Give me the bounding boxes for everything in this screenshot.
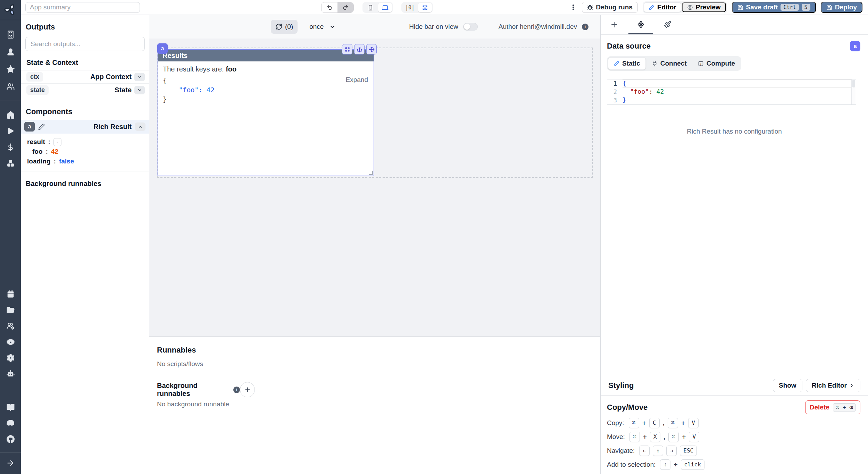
grid-container[interactable]: a Results (157, 48, 593, 178)
sidebar-icon-workers[interactable] (6, 321, 15, 330)
sidebar-icon-folder[interactable] (6, 305, 15, 314)
sidebar-divider (0, 452, 21, 453)
component-output-tree: result : - foo : 42 loading : false (21, 134, 149, 171)
sidebar-icon-calendar-schedules[interactable] (6, 289, 15, 298)
refresh-icon (275, 23, 282, 30)
desktop-view-icon[interactable] (378, 3, 392, 12)
app-canvas[interactable]: a Results (149, 39, 600, 336)
sidebar-icon-discord[interactable] (6, 418, 15, 428)
editor-preview-toggle: Editor Preview (643, 1, 727, 13)
app-summary-input[interactable] (25, 2, 140, 13)
add-background-runnable-button[interactable] (240, 382, 255, 397)
component-header[interactable]: Results (158, 50, 374, 61)
sidebar-icon-home[interactable] (6, 110, 15, 119)
preview-tab[interactable]: Preview (682, 2, 726, 12)
redo-button[interactable] (337, 2, 353, 13)
mobile-view-icon[interactable] (364, 3, 377, 12)
device-toggle-group (362, 2, 393, 13)
rich-editor-button[interactable]: Rich Editor (806, 379, 860, 392)
plug-icon (652, 61, 658, 67)
key-badge: ⇧ (660, 459, 670, 470)
tree-row-loading[interactable]: loading : false (27, 156, 149, 166)
editor-tab[interactable]: Editor (644, 2, 681, 12)
debug-runs-button[interactable]: Debug runs (582, 2, 638, 13)
compute-source-button[interactable]: f Compute (693, 57, 740, 70)
resize-handle[interactable] (369, 171, 373, 175)
editor-line[interactable]: 1{ (607, 79, 856, 88)
search-outputs-input[interactable] (25, 37, 145, 51)
key-separator: + (681, 419, 685, 427)
zoom-reset-button[interactable]: |0| (402, 3, 417, 12)
sidebar-icon-robot-ai[interactable] (6, 369, 15, 378)
sidebar-group-main (6, 110, 15, 168)
fullscreen-icon[interactable] (418, 3, 432, 12)
component-list-item[interactable]: a Rich Result (21, 120, 149, 134)
chevron-down-icon[interactable] (134, 86, 145, 94)
shortcut-label: Copy: (607, 419, 624, 427)
ctx-row[interactable]: ctx App Context (21, 70, 149, 83)
styling-title: Styling (608, 381, 634, 390)
show-styling-button[interactable]: Show (773, 379, 802, 392)
refresh-button[interactable]: (0) (271, 20, 298, 34)
chevron-right-icon (849, 383, 854, 388)
component-id-tab[interactable]: a (157, 43, 168, 54)
styling-tab[interactable] (654, 15, 681, 34)
line-number: 1 (607, 80, 623, 87)
more-menu-icon[interactable] (569, 2, 577, 12)
result-json-line: } (163, 95, 369, 104)
key-separator: + (643, 433, 647, 441)
sidebar-divider (0, 20, 21, 20)
collapse-toggle-button[interactable]: - (53, 138, 61, 146)
settings-tabs (601, 15, 868, 35)
rich-result-component[interactable]: a Results (158, 49, 374, 176)
connect-source-button[interactable]: Connect (646, 57, 692, 70)
no-background-text: No background runnable (157, 400, 255, 408)
editor-scrollbar[interactable] (851, 79, 856, 104)
sidebar-icon-docs-book[interactable] (6, 403, 15, 412)
sidebar-icon-dollar-variables[interactable] (6, 143, 15, 152)
sidebar-icon-star[interactable] (6, 65, 15, 74)
key-separator: + (682, 433, 686, 441)
tree-row-result[interactable]: result : - (27, 137, 149, 147)
anchor-icon[interactable] (354, 44, 365, 54)
delete-component-button[interactable]: Delete ⌘ + ⌫ (805, 400, 860, 414)
editor-line[interactable]: 3} (607, 96, 856, 104)
sidebar-icon-boxes-resources[interactable] (6, 159, 15, 168)
static-source-button[interactable]: Static (608, 57, 646, 70)
json-code-editor[interactable]: 1{2 "foo": 423} (607, 79, 856, 105)
info-icon[interactable]: i (582, 24, 589, 30)
debug-runs-label: Debug runs (596, 3, 633, 11)
sidebar-icon-settings-gear[interactable] (6, 353, 15, 362)
no-scripts-text: No scripts/flows (157, 360, 255, 368)
background-runnables-title: Background runnables (26, 180, 149, 188)
state-row[interactable]: state State (21, 83, 149, 96)
key-badge: ↑ (653, 446, 663, 456)
runnables-panel: Runnables No scripts/flows Background ru… (149, 336, 600, 474)
component-settings-tab[interactable] (627, 15, 654, 34)
sidebar-icon-play-runs[interactable] (6, 126, 15, 135)
sidebar-icon-eye-audit[interactable] (6, 337, 15, 346)
expand-component-icon[interactable] (342, 44, 352, 54)
sidebar-icon-github[interactable] (6, 434, 15, 443)
chevron-up-icon[interactable] (135, 122, 145, 131)
chevron-down-icon[interactable] (134, 73, 145, 81)
save-draft-button[interactable]: Save draft Ctrl S (732, 2, 816, 13)
preview-tab-label: Preview (696, 3, 721, 11)
deploy-button[interactable]: Deploy (821, 2, 862, 13)
component-diamonds-icon (637, 20, 645, 29)
sidebar-icon-users[interactable] (6, 82, 15, 91)
run-frequency-select[interactable]: once (309, 23, 336, 31)
move-icon[interactable] (366, 44, 377, 54)
hide-bar-toggle[interactable] (463, 23, 478, 31)
insert-component-tab[interactable] (601, 15, 627, 34)
undo-button[interactable] (322, 2, 337, 13)
tree-row-foo[interactable]: foo : 42 (27, 147, 149, 156)
sidebar-icon-building[interactable] (6, 30, 15, 39)
info-icon[interactable]: i (233, 387, 240, 393)
windmill-logo-icon[interactable] (4, 3, 17, 16)
editor-line[interactable]: 2 "foo": 42 (607, 88, 856, 96)
rename-pencil-icon[interactable] (38, 124, 45, 130)
sidebar-icon-user[interactable] (6, 47, 15, 56)
expand-link[interactable]: Expand (346, 76, 368, 84)
sidebar-expand-arrow-icon[interactable] (6, 458, 15, 467)
